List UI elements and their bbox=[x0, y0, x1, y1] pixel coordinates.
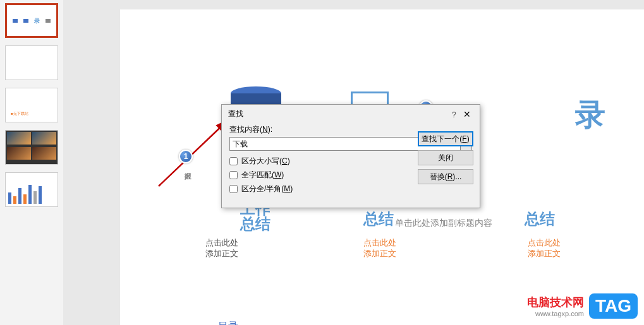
title-char[interactable]: 录 bbox=[575, 95, 605, 135]
work-summary-text-3[interactable]: 总结 bbox=[525, 211, 555, 227]
thumb-shape bbox=[13, 19, 18, 23]
whole-word-input[interactable] bbox=[229, 171, 238, 179]
close-icon[interactable]: ✕ bbox=[461, 109, 473, 119]
find-dialog: 查找 ? ✕ 查找内容(N): ▾ 区分大小写(C) 全字匹配(W) 区分全/半… bbox=[221, 104, 480, 208]
thumbnail-slide-3[interactable]: ■无下载站 bbox=[5, 88, 58, 122]
close-button[interactable]: 关闭 bbox=[418, 150, 473, 165]
thumbnail-slide-4[interactable] bbox=[5, 130, 58, 165]
watermark-tag: TAG bbox=[589, 293, 638, 319]
thumb-shape bbox=[46, 19, 51, 23]
thumb-text: ■无下载站 bbox=[11, 111, 28, 117]
slide-thumbnails-panel: 录 ■无下载站 bbox=[0, 0, 63, 325]
match-case-input[interactable] bbox=[229, 157, 238, 165]
full-half-label: 区分全/半角(M) bbox=[241, 184, 293, 194]
thumb-text: 录 bbox=[34, 17, 40, 25]
body-placeholder-3[interactable]: 点击此处添加正文 bbox=[528, 238, 561, 259]
thumbnail-slide-5[interactable] bbox=[5, 172, 58, 207]
subtitle-placeholder[interactable]: 单击此处添加副标题内容 bbox=[395, 218, 492, 229]
find-next-button[interactable]: 查找下一个(F) bbox=[418, 131, 473, 146]
watermark-url: www.tagxp.com bbox=[527, 310, 584, 317]
watermark-site-name: 电脑技术网 bbox=[527, 295, 584, 310]
thumbnail-slide-1[interactable]: 录 bbox=[5, 3, 58, 38]
body-placeholder-1[interactable]: 点击此处添加正文 bbox=[205, 238, 238, 259]
match-case-label: 区分大小写(C) bbox=[241, 156, 290, 167]
body-placeholder-2[interactable]: 点击此处添加正文 bbox=[363, 238, 396, 259]
dialog-titlebar[interactable]: 查找 ? ✕ bbox=[222, 105, 480, 123]
replace-button[interactable]: 替换(R)... bbox=[418, 169, 473, 184]
help-button[interactable]: ? bbox=[449, 110, 459, 119]
whole-word-label: 全字匹配(W) bbox=[241, 170, 284, 180]
annotation-marker-1: 1 bbox=[179, 150, 193, 163]
full-half-checkbox[interactable]: 区分全/半角(M) bbox=[229, 184, 472, 194]
thumb-chart bbox=[8, 182, 42, 204]
watermark: 电脑技术网 www.tagxp.com TAG bbox=[527, 293, 638, 319]
dialog-title-text: 查找 bbox=[228, 109, 243, 119]
thumb-shape bbox=[23, 19, 28, 23]
full-half-input[interactable] bbox=[229, 185, 238, 193]
toc-label[interactable]: 目录 bbox=[218, 320, 238, 325]
work-summary-text-2[interactable]: 总结 bbox=[363, 211, 394, 227]
thumbnail-slide-2[interactable] bbox=[5, 45, 58, 80]
